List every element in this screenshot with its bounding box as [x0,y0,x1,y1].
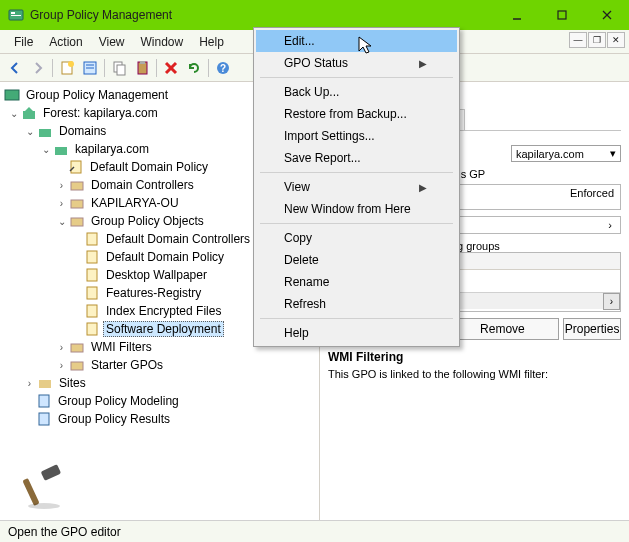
properties-button[interactable]: Properties [563,318,621,340]
menu-help[interactable]: Help [191,32,232,52]
tree-modeling[interactable]: Group Policy Modeling [0,392,319,410]
svg-rect-36 [39,380,51,388]
svg-rect-38 [39,413,49,425]
chevron-down-icon: ▾ [610,147,616,160]
minimize-button[interactable] [494,0,539,30]
svg-rect-33 [87,323,97,335]
ctx-copy[interactable]: Copy [256,227,457,249]
delete-button[interactable] [160,57,182,79]
ou-icon [69,195,85,211]
policy-icon [84,267,100,283]
mdi-minimize-button[interactable]: — [569,32,587,48]
ctx-import[interactable]: Import Settings... [256,125,457,147]
forward-button[interactable] [27,57,49,79]
tree-label: Domains [56,123,109,139]
expander-icon[interactable]: › [24,378,35,389]
svg-rect-21 [23,111,35,119]
svg-rect-25 [71,182,83,190]
ctx-label: Back Up... [284,85,339,99]
expander-icon[interactable]: ⌄ [24,126,35,137]
maximize-button[interactable] [539,0,584,30]
expander-icon[interactable]: ⌄ [8,108,19,119]
close-button[interactable] [584,0,629,30]
ctx-label: Import Settings... [284,129,375,143]
ctx-separator [260,172,453,173]
ctx-save-report[interactable]: Save Report... [256,147,457,169]
ctx-label: Rename [284,275,329,289]
svg-rect-31 [87,287,97,299]
menu-action[interactable]: Action [41,32,90,52]
ctx-delete[interactable]: Delete [256,249,457,271]
tree-label: Default Domain Policy [103,249,227,265]
tree-sites[interactable]: ›Sites [0,374,319,392]
ctx-new-window[interactable]: New Window from Here [256,198,457,220]
ctx-separator [260,318,453,319]
ctx-help[interactable]: Help [256,322,457,344]
ctx-edit[interactable]: Edit... [256,30,457,52]
domain-icon [53,141,69,157]
submenu-arrow-icon: ▶ [419,182,427,193]
expander-icon[interactable]: ⌄ [40,144,51,155]
tree-label: Sites [56,375,89,391]
menu-file[interactable]: File [6,32,41,52]
scroll-right-button[interactable]: › [603,293,620,310]
tree-label: Features-Registry [103,285,204,301]
svg-rect-29 [87,251,97,263]
copy-button[interactable] [108,57,130,79]
tree-label: kapilarya.com [72,141,152,157]
ctx-backup[interactable]: Back Up... [256,81,457,103]
properties-button[interactable] [79,57,101,79]
tree-starter[interactable]: ›Starter GPOs [0,356,319,374]
ctx-gpo-status[interactable]: GPO Status▶ [256,52,457,74]
help-button[interactable]: ? [212,57,234,79]
menu-view[interactable]: View [91,32,133,52]
svg-rect-23 [55,147,67,155]
domains-icon [37,123,53,139]
refresh-button[interactable] [183,57,205,79]
ctx-separator [260,223,453,224]
mdi-restore-button[interactable]: ❐ [588,32,606,48]
tree-label: Default Domain Policy [87,159,211,175]
expander-icon[interactable]: › [56,360,67,371]
mdi-close-button[interactable]: ✕ [607,32,625,48]
remove-button[interactable]: Remove [446,318,560,340]
domain-dropdown[interactable]: kapilarya.com▾ [511,145,621,162]
policy-icon [84,285,100,301]
tree-label: Desktop Wallpaper [103,267,210,283]
tree-label: Starter GPOs [88,357,166,373]
svg-rect-15 [140,61,145,64]
tree-results[interactable]: Group Policy Results [0,410,319,428]
ctx-label: View [284,180,310,194]
svg-point-8 [68,61,74,67]
expander-icon[interactable]: › [56,198,67,209]
ctx-label: Save Report... [284,151,361,165]
ctx-rename[interactable]: Rename [256,271,457,293]
tree-label: Index Encrypted Files [103,303,224,319]
statusbar-text: Open the GPO editor [8,525,121,539]
ctx-label: GPO Status [284,56,348,70]
folder-icon [69,357,85,373]
svg-rect-13 [117,65,125,75]
ctx-separator [260,77,453,78]
forest-icon [21,105,37,121]
ctx-refresh[interactable]: Refresh [256,293,457,315]
back-button[interactable] [4,57,26,79]
app-icon [8,7,24,23]
submenu-arrow-icon: ▶ [419,58,427,69]
expander-icon[interactable]: › [56,180,67,191]
context-menu: Edit... GPO Status▶ Back Up... Restore f… [253,27,460,347]
ctx-label: New Window from Here [284,202,411,216]
svg-rect-24 [71,161,81,173]
column-header-enforced: Enforced [570,187,614,199]
titlebar: Group Policy Management [0,0,629,30]
tree-label: KAPILARYA-OU [88,195,182,211]
ctx-restore[interactable]: Restore from Backup... [256,103,457,125]
menu-window[interactable]: Window [133,32,192,52]
expander-icon[interactable]: ⌄ [56,216,67,227]
ctx-view[interactable]: View▶ [256,176,457,198]
ctx-label: Restore from Backup... [284,107,407,121]
expander-icon[interactable]: › [56,342,67,353]
svg-rect-35 [71,362,83,370]
paste-button[interactable] [131,57,153,79]
new-button[interactable] [56,57,78,79]
